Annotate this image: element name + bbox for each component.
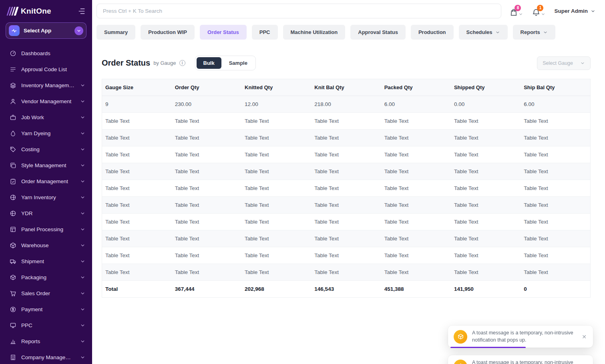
chevron-down-icon — [541, 12, 545, 16]
column-header: Packed Qty — [381, 79, 451, 96]
sidebar-item-reports[interactable]: Reports — [0, 333, 92, 349]
sidebar-item-dashboards[interactable]: Dashboards — [0, 45, 92, 61]
column-header: Ship Bal Qty — [521, 79, 590, 96]
table-row: Table TextTable TextTable TextTable Text… — [102, 214, 591, 230]
sidebar-item-costing[interactable]: Costing — [0, 141, 92, 157]
info-icon[interactable]: i — [179, 60, 185, 66]
chevron-down-icon — [80, 83, 85, 88]
close-icon[interactable]: ✕ — [581, 363, 587, 364]
sidebar-item-ydr[interactable]: YDR — [0, 205, 92, 221]
chevron-down-icon — [80, 307, 85, 312]
tab-bar: Summary Production WIP Order Status PPC … — [92, 21, 605, 45]
table-total-row: Total367,444202,968146,543451,388141,950… — [102, 281, 591, 298]
main-area: 8 1 Super Admin Summary Production WIP O… — [92, 0, 605, 364]
cart-icon — [10, 290, 16, 297]
pages-icon — [10, 162, 16, 169]
droplet-icon — [10, 130, 16, 137]
tab-ppc[interactable]: PPC — [252, 25, 278, 40]
notification-badge: 1 — [537, 5, 543, 11]
bar-chart-icon — [10, 338, 16, 345]
order-status-table: Gauge Size Order Qty Knitted Qty Knit Ba… — [102, 79, 591, 298]
mode-toggle: Bulk Sample — [195, 56, 256, 70]
tab-approval-status[interactable]: Approval Status — [350, 25, 406, 40]
column-header: Knitted Qty — [241, 79, 311, 96]
toggle-bulk[interactable]: Bulk — [197, 57, 221, 69]
table-row: 9230.0012.00218.006.000.006.00 — [102, 96, 591, 113]
sidebar-item-ppc[interactable]: PPC — [0, 317, 92, 333]
column-header: Knit Bal Qty — [311, 79, 381, 96]
column-header: Shipped Qty — [451, 79, 521, 96]
sidebar-item-shipment[interactable]: Shipment — [0, 253, 92, 269]
app-switcher-icon — [9, 25, 20, 36]
sidebar-item-packaging[interactable]: Packaging — [0, 269, 92, 285]
chevron-down-icon — [74, 26, 83, 35]
user-name: Super Admin — [554, 8, 588, 14]
app-logo[interactable]: KnitOne — [8, 6, 51, 16]
list-icon — [10, 66, 16, 73]
tab-machine-utilization[interactable]: Machine Utilization — [283, 25, 346, 40]
tab-reports[interactable]: Reports — [513, 25, 555, 40]
table-row: Table TextTable TextTable TextTable Text… — [102, 180, 591, 197]
chevron-down-icon — [80, 259, 85, 264]
sidebar-collapse-icon[interactable] — [78, 7, 86, 15]
chevron-down-icon — [80, 195, 85, 200]
chevron-down-icon — [80, 179, 85, 184]
tab-production[interactable]: Production — [411, 25, 454, 40]
tab-schedules[interactable]: Schedules — [459, 25, 508, 40]
truck-icon — [10, 258, 16, 265]
chevron-down-icon — [80, 275, 85, 280]
topbar: 8 1 Super Admin — [92, 0, 605, 21]
sidebar-item-approval-code-list[interactable]: Approval Code List — [0, 61, 92, 77]
close-icon[interactable]: ✕ — [581, 333, 587, 340]
toast-message: A toast message is a temporary, non-intr… — [472, 330, 576, 344]
monitor-icon — [10, 322, 16, 329]
panel-icon — [10, 226, 16, 233]
ydr-globe-icon — [10, 210, 16, 217]
chevron-down-icon — [80, 323, 85, 328]
sidebar-item-payment[interactable]: Payment — [0, 301, 92, 317]
building-icon — [10, 354, 16, 361]
chevron-down-icon — [580, 61, 585, 66]
tab-summary[interactable]: Summary — [96, 25, 135, 40]
sidebar-item-sales-order[interactable]: Sales Order — [0, 285, 92, 301]
globe-icon — [10, 194, 16, 201]
gauge-select-dropdown[interactable]: Select Gauge — [537, 56, 591, 70]
select-app-button[interactable]: Select App — [6, 22, 86, 39]
page-title: Order Status — [102, 58, 150, 68]
sidebar-item-job-work[interactable]: Job Work — [0, 109, 92, 125]
cart-badge: 8 — [515, 5, 521, 11]
dashboard-icon — [10, 50, 16, 57]
chevron-down-icon — [543, 30, 548, 35]
chevron-down-icon — [80, 227, 85, 232]
sidebar: KnitOne Select App Dashboards Approval C… — [0, 0, 92, 364]
sidebar-item-warehouse[interactable]: Warehouse — [0, 237, 92, 253]
sidebar-item-style-management[interactable]: Style Management — [0, 157, 92, 173]
content-area: Order Status by Gauge i Bulk Sample Sele… — [92, 45, 605, 298]
chevron-down-icon — [80, 131, 85, 136]
toast-progress-bar — [450, 347, 526, 348]
toast-box-icon — [454, 360, 467, 364]
table-header-row: Gauge Size Order Qty Knitted Qty Knit Ba… — [102, 79, 591, 96]
tab-production-wip[interactable]: Production WIP — [141, 25, 195, 40]
sidebar-item-vendor-management[interactable]: Vendor Management — [0, 93, 92, 109]
chevron-down-icon — [80, 211, 85, 216]
toggle-sample[interactable]: Sample — [222, 57, 254, 69]
sidebar-item-yarn-dyeing[interactable]: Yarn Dyeing — [0, 125, 92, 141]
sidebar-item-order-management[interactable]: Order Management — [0, 173, 92, 189]
select-app-label: Select App — [24, 28, 51, 34]
tab-order-status[interactable]: Order Status — [200, 25, 247, 40]
search-input[interactable] — [96, 4, 501, 18]
chevron-down-icon — [80, 163, 85, 168]
sidebar-item-panel-processing[interactable]: Panel Processing — [0, 221, 92, 237]
app-name: KnitOne — [21, 7, 51, 16]
chevron-down-icon — [80, 291, 85, 296]
user-menu[interactable]: Super Admin — [554, 8, 595, 14]
sidebar-nav: Dashboards Approval Code List Inventory … — [0, 44, 92, 364]
sidebar-item-yarn-inventory[interactable]: Yarn Inventory — [0, 189, 92, 205]
notifications-button[interactable]: 1 — [532, 6, 545, 17]
layers-icon — [10, 82, 16, 89]
sidebar-item-company-management[interactable]: Company Management — [0, 349, 92, 364]
cart-button[interactable]: 8 — [509, 6, 523, 17]
clipboard-check-icon — [10, 178, 16, 185]
sidebar-item-inventory-management[interactable]: Inventory Management — [0, 77, 92, 93]
